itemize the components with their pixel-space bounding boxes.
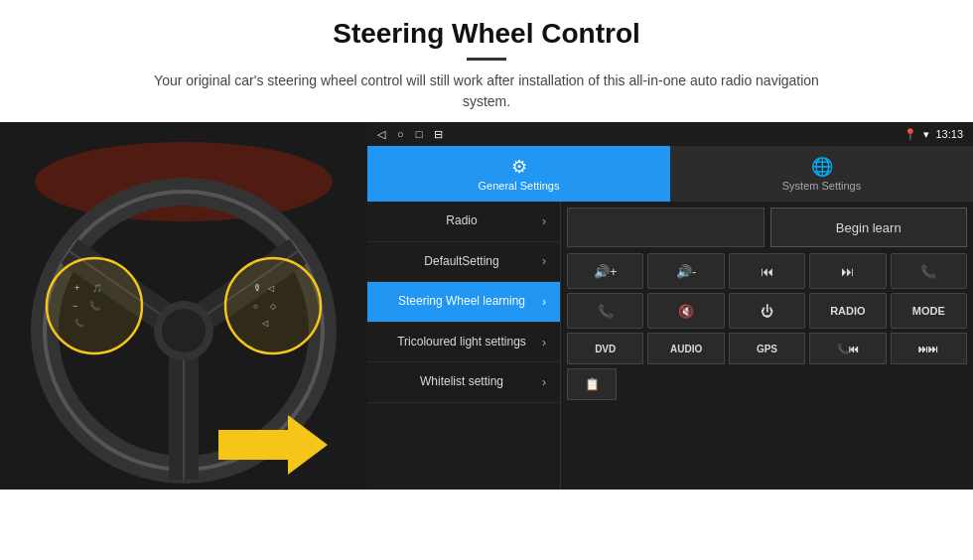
page-subtitle: Your original car's steering wheel contr… [139,70,834,112]
mode-label: MODE [912,305,945,317]
prev-button[interactable]: ⏮ [729,253,805,289]
answer-button[interactable]: 📞 [567,293,643,329]
dvd-button[interactable]: DVD [567,333,643,364]
svg-text:−: − [72,301,77,311]
chevron-icon-whitelist: › [542,375,546,389]
steering-wheel-panel: + 🎵 − 📞 📞 🎙 ◁ ○ ◇ ◁ [0,122,367,490]
next-icon: ⏭ [841,264,854,279]
mute-icon: 🔇 [678,304,694,319]
chevron-icon-radio: › [542,214,546,228]
status-bar-left: ◁ ○ □ ⊟ [377,128,443,141]
next-button[interactable]: ⏭ [809,253,886,289]
tab-system-settings[interactable]: 🌐 System Settings [670,146,973,202]
phone-button-1[interactable]: 📞 [891,253,967,289]
control-row-3: DVD AUDIO GPS 📞⏮ ⏭⏭ [567,333,967,364]
playlist-button[interactable]: 📋 [567,368,617,400]
phone-prev-button[interactable]: 📞⏮ [809,333,886,364]
svg-text:◇: ◇ [270,302,277,311]
home-icon: ○ [397,128,404,141]
svg-text:📞: 📞 [89,300,101,312]
menu-icon: ⊟ [434,128,443,141]
menu-item-whitelist[interactable]: Whitelist setting › [367,362,560,403]
prev-icon: ⏮ [761,264,773,279]
control-last-row: 📋 [567,368,967,400]
svg-point-11 [162,309,206,352]
svg-text:+: + [74,283,79,293]
top-row: Begin learn [567,208,967,247]
svg-text:🎙: 🎙 [253,283,262,293]
menu-list: Radio › DefaultSetting › Steering Wheel … [367,202,561,490]
vol-down-icon: 🔊- [676,264,696,279]
header-section: Steering Wheel Control Your original car… [0,0,973,122]
answer-icon: 📞 [598,304,614,319]
menu-item-radio[interactable]: Radio › [367,202,560,242]
status-bar: ◁ ○ □ ⊟ 📍 ▾ 13:13 [367,122,973,146]
control-row-1: 🔊+ 🔊- ⏮ ⏭ 📞 [567,253,967,289]
dvd-label: DVD [595,344,616,354]
recents-icon: □ [416,128,423,141]
tab-general-label: General Settings [479,180,560,192]
vol-down-button[interactable]: 🔊- [647,253,724,289]
svg-text:○: ○ [253,302,258,311]
settings-gear-icon: ⚙ [511,156,527,178]
page-wrapper: Steering Wheel Control Your original car… [0,0,973,560]
control-grid-area: Begin learn 🔊+ 🔊- ⏮ [561,202,973,490]
skip-icon: ⏭⏭ [918,344,938,354]
gps-button[interactable]: GPS [729,333,805,364]
tab-system-label: System Settings [782,180,861,192]
svg-text:📞: 📞 [74,318,84,328]
radio-button[interactable]: RADIO [809,293,886,329]
top-tabs: ⚙ General Settings 🌐 System Settings [367,146,973,202]
empty-input-box [567,208,764,247]
menu-steering-label: Steering Wheel learning [381,294,542,310]
android-ui-panel: ◁ ○ □ ⊟ 📍 ▾ 13:13 ⚙ General Settings [367,122,973,490]
menu-radio-label: Radio [381,213,542,229]
svg-text:🎵: 🎵 [92,283,102,293]
menu-whitelist-label: Whitelist setting [381,374,542,390]
chevron-icon-default: › [542,254,546,268]
wifi-icon: ▾ [923,128,929,141]
audio-button[interactable]: AUDIO [647,333,724,364]
mode-button[interactable]: MODE [891,293,967,329]
location-icon: 📍 [904,128,917,141]
menu-default-label: DefaultSetting [381,254,542,270]
radio-label: RADIO [830,305,865,317]
phone-prev-icon: 📞⏮ [837,344,859,354]
mute-button[interactable]: 🔇 [647,293,724,329]
gps-label: GPS [757,344,777,354]
content-area: + 🎵 − 📞 📞 🎙 ◁ ○ ◇ ◁ [0,122,973,560]
playlist-icon: 📋 [585,377,600,391]
steering-wheel-svg: + 🎵 − 📞 📞 🎙 ◁ ○ ◇ ◁ [0,122,367,490]
status-bar-right: 📍 ▾ 13:13 [904,128,963,141]
svg-text:◁: ◁ [268,284,275,293]
begin-learn-button[interactable]: Begin learn [770,208,968,247]
title-divider [467,58,506,61]
menu-tricoloured-label: Tricoloured light settings [381,335,542,350]
power-icon: ⏻ [761,304,773,319]
audio-label: AUDIO [670,344,702,354]
menu-item-default[interactable]: DefaultSetting › [367,242,560,283]
menu-item-tricoloured[interactable]: Tricoloured light settings › [367,323,560,363]
vol-up-icon: 🔊+ [594,264,618,279]
power-button[interactable]: ⏻ [729,293,805,329]
page-title: Steering Wheel Control [60,18,913,50]
chevron-icon-tricoloured: › [542,336,546,350]
globe-icon: 🌐 [811,156,833,178]
chevron-icon-steering: › [542,295,546,309]
tab-general-settings[interactable]: ⚙ General Settings [367,146,670,202]
control-row-2: 📞 🔇 ⏻ RADIO MODE [567,293,967,329]
skip-button[interactable]: ⏭⏭ [891,333,967,364]
back-icon: ◁ [377,128,385,141]
menu-item-steering[interactable]: Steering Wheel learning › [367,282,560,323]
phone-icon-1: 📞 [920,264,936,279]
svg-text:◁: ◁ [262,319,269,328]
vol-up-button[interactable]: 🔊+ [567,253,643,289]
clock: 13:13 [935,128,963,140]
main-content: Radio › DefaultSetting › Steering Wheel … [367,202,973,490]
